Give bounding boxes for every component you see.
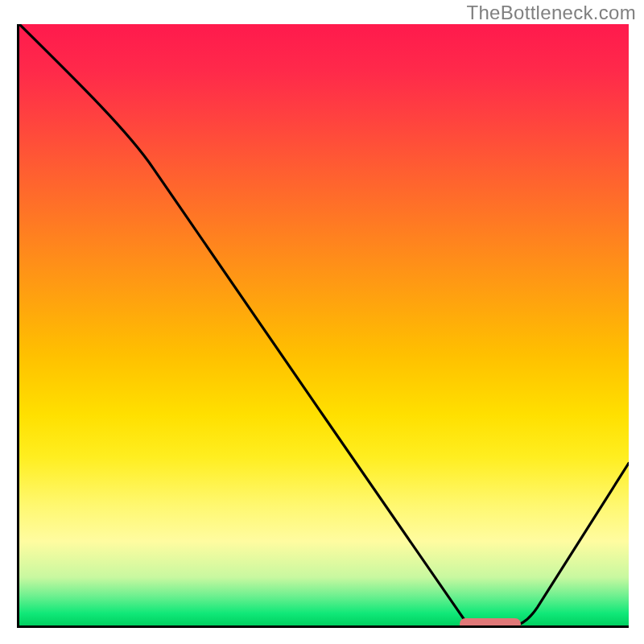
- optimal-marker: [460, 618, 521, 628]
- plot-area: [17, 24, 629, 628]
- watermark-text: TheBottleneck.com: [466, 2, 636, 24]
- bottleneck-chart: TheBottleneck.com: [0, 0, 644, 644]
- bottleneck-curve-path: [19, 24, 629, 625]
- curve-svg: [19, 24, 629, 625]
